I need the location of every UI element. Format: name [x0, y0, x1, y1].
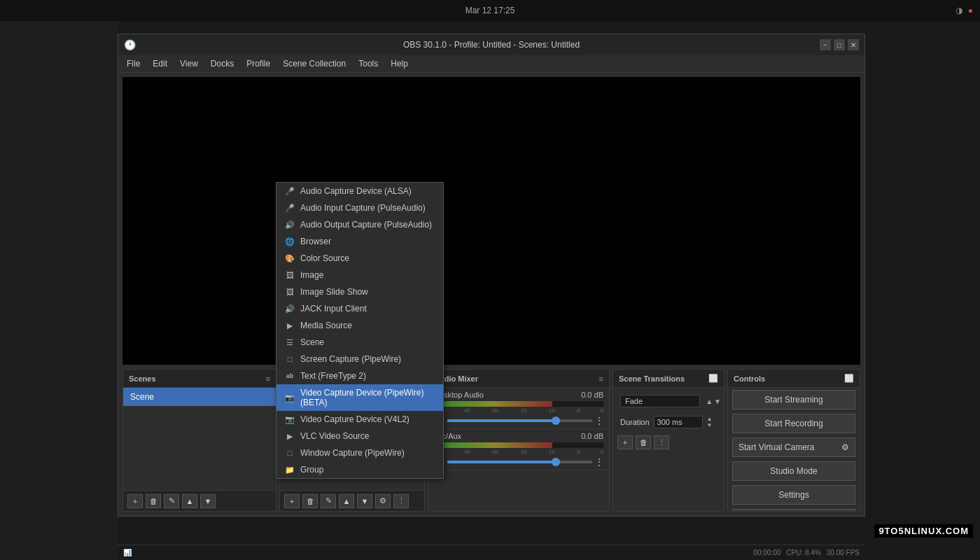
- settings-label: Settings: [778, 490, 808, 500]
- dropdown-jack-input[interactable]: 🔊 JACK Input Client: [276, 300, 443, 317]
- fps-display: 30.00 FPS: [827, 549, 860, 556]
- menu-help[interactable]: Help: [385, 57, 414, 70]
- scene-add-btn[interactable]: +: [127, 494, 143, 508]
- duration-up-icon[interactable]: ▲▼: [707, 416, 713, 428]
- image-slide-show-icon: 🖼: [285, 287, 295, 297]
- mic-aux-more[interactable]: ⋮: [595, 457, 603, 467]
- settings-gear-icon[interactable]: ⚙: [841, 442, 849, 452]
- desktop-audio-fill: [434, 401, 552, 407]
- mic-aux-knob[interactable]: [552, 458, 560, 466]
- menu-tools[interactable]: Tools: [353, 57, 384, 70]
- transitions-footer: + 🗑 ⋮: [613, 433, 724, 452]
- source-up-btn[interactable]: ▲: [339, 494, 354, 508]
- cpu-usage: CPU: 8.4%: [786, 549, 820, 556]
- transitions-panel-icon[interactable]: ⬜: [708, 374, 718, 383]
- scene-item[interactable]: Scene: [123, 388, 276, 406]
- source-delete-btn[interactable]: 🗑: [302, 494, 318, 508]
- audio-capture-alsa-icon: 🎤: [285, 186, 295, 196]
- transition-delete-btn[interactable]: 🗑: [636, 435, 651, 449]
- status-bar: 📊 00:00:00 CPU: 8.4% 30.00 FPS: [118, 545, 865, 560]
- menu-file[interactable]: File: [121, 57, 146, 70]
- scene-up-btn[interactable]: ▲: [182, 494, 197, 508]
- source-edit-btn[interactable]: ✎: [321, 494, 336, 508]
- dropdown-image[interactable]: 🖼 Image: [276, 267, 443, 284]
- minimize-button[interactable]: −: [820, 39, 831, 50]
- video-capture-pipewire-icon: 📷: [285, 393, 295, 402]
- color-source-icon: 🎨: [285, 253, 295, 263]
- color-source-label: Color Source: [300, 253, 349, 263]
- source-add-dropdown: 🎤 Audio Capture Device (ALSA) 🎤 Audio In…: [276, 182, 444, 479]
- desktop-audio-meter: [434, 401, 603, 407]
- menu-edit[interactable]: Edit: [147, 57, 173, 70]
- dropdown-scene[interactable]: ☰ Scene: [276, 334, 443, 351]
- menu-view[interactable]: View: [174, 57, 204, 70]
- transition-type-select[interactable]: Fade Cut Swipe Slide: [620, 395, 700, 407]
- mic-aux-slider[interactable]: [447, 461, 592, 463]
- desktop-audio-more[interactable]: ⋮: [595, 416, 603, 426]
- dropdown-video-capture-pipewire[interactable]: 📷 Video Capture Device (PipeWire) (BETA): [276, 384, 443, 411]
- dropdown-media-source[interactable]: ▶ Media Source: [276, 317, 443, 334]
- scene-edit-btn[interactable]: ✎: [164, 494, 179, 508]
- start-virtual-camera-btn[interactable]: Start Virtual Camera ⚙: [732, 438, 855, 457]
- dropdown-vlc-video[interactable]: ▶ VLC Video Source: [276, 428, 443, 444]
- controls-panel: Controls ⬜ Start Streaming Start Recordi…: [727, 369, 860, 512]
- exit-btn[interactable]: Exit: [732, 509, 855, 512]
- audio-panel-menu-icon[interactable]: ≡: [599, 374, 603, 383]
- source-add-btn[interactable]: +: [284, 494, 300, 508]
- watermark: 9TO5NLINUX.COM: [874, 524, 973, 538]
- transition-up-icon[interactable]: ▲: [706, 398, 713, 405]
- source-more-btn[interactable]: ⋮: [393, 494, 409, 508]
- dropdown-video-capture-v4l2[interactable]: 📷 Video Capture Device (V4L2): [276, 411, 443, 428]
- vlc-video-label: VLC Video Source: [300, 431, 370, 441]
- menu-scene-collection[interactable]: Scene Collection: [277, 57, 351, 70]
- window-title: OBS 30.1.0 - Profile: Untitled - Scenes:…: [403, 40, 580, 50]
- system-tray: ◑ ●: [955, 6, 973, 15]
- dropdown-text-freetype[interactable]: ab Text (FreeType 2): [276, 368, 443, 384]
- dropdown-audio-output-pulse[interactable]: 🔊 Audio Output Capture (PulseAudio): [276, 216, 443, 233]
- transition-more-btn[interactable]: ⋮: [654, 435, 669, 449]
- source-settings-btn[interactable]: ⚙: [375, 494, 391, 508]
- tray-icon-1: ◑: [955, 6, 962, 15]
- desktop-audio-labels: -60-45-30-15-10-50: [434, 407, 603, 414]
- menu-profile[interactable]: Profile: [241, 57, 276, 70]
- maximize-button[interactable]: □: [834, 39, 845, 50]
- menu-docks[interactable]: Docks: [205, 57, 239, 70]
- transition-add-btn[interactable]: +: [617, 435, 633, 449]
- tray-icon-2: ●: [968, 6, 973, 15]
- dropdown-group[interactable]: 📁 Group: [276, 461, 443, 478]
- dropdown-audio-input-pulse[interactable]: 🎤 Audio Input Capture (PulseAudio): [276, 200, 443, 216]
- dropdown-window-capture[interactable]: □ Window Capture (PipeWire): [276, 444, 443, 461]
- dropdown-browser[interactable]: 🌐 Browser: [276, 233, 443, 250]
- media-source-label: Media Source: [300, 321, 352, 330]
- video-capture-v4l2-label: Video Capture Device (V4L2): [300, 414, 410, 424]
- desktop-audio-slider[interactable]: [447, 419, 592, 422]
- settings-btn[interactable]: Settings: [732, 485, 855, 505]
- status-bar-left: 📊: [123, 549, 132, 556]
- mic-aux-track: Mic/Aux 0.0 dB -60-45-30-15-10-50 🔊: [428, 429, 609, 470]
- dropdown-color-source[interactable]: 🎨 Color Source: [276, 250, 443, 267]
- dropdown-audio-capture-alsa[interactable]: 🎤 Audio Capture Device (ALSA): [276, 183, 443, 200]
- duration-label: Duration: [620, 418, 650, 426]
- scene-down-btn[interactable]: ▼: [200, 494, 216, 508]
- scene-label: Scene: [300, 337, 324, 347]
- dropdown-screen-capture[interactable]: □ Screen Capture (PipeWire): [276, 351, 443, 368]
- mic-aux-labels: -60-45-30-15-10-50: [434, 449, 603, 455]
- start-streaming-btn[interactable]: Start Streaming: [732, 390, 855, 410]
- dropdown-image-slide-show[interactable]: 🖼 Image Slide Show: [276, 284, 443, 300]
- jack-input-icon: 🔊: [285, 304, 295, 314]
- browser-icon: 🌐: [285, 237, 295, 246]
- image-slide-show-label: Image Slide Show: [300, 287, 368, 297]
- scenes-panel-menu-icon[interactable]: ≡: [266, 374, 270, 383]
- duration-input[interactable]: [654, 416, 703, 428]
- source-down-btn[interactable]: ▼: [357, 494, 372, 508]
- audio-panel-header: Audio Mixer ≡: [428, 370, 609, 388]
- bottom-panels: Scenes ≡ Scene + 🗑 ✎ ▲ ▼ No source selec…: [118, 369, 864, 516]
- close-button[interactable]: ✕: [848, 39, 859, 50]
- desktop-audio-knob[interactable]: [552, 416, 560, 425]
- audio-input-pulse-icon: 🎤: [285, 203, 295, 213]
- controls-panel-icon[interactable]: ⬜: [844, 374, 854, 383]
- scene-delete-btn[interactable]: 🗑: [146, 494, 161, 508]
- transition-down-icon[interactable]: ▼: [714, 398, 721, 405]
- studio-mode-btn[interactable]: Studio Mode: [732, 461, 855, 481]
- start-recording-btn[interactable]: Start Recording: [732, 414, 855, 433]
